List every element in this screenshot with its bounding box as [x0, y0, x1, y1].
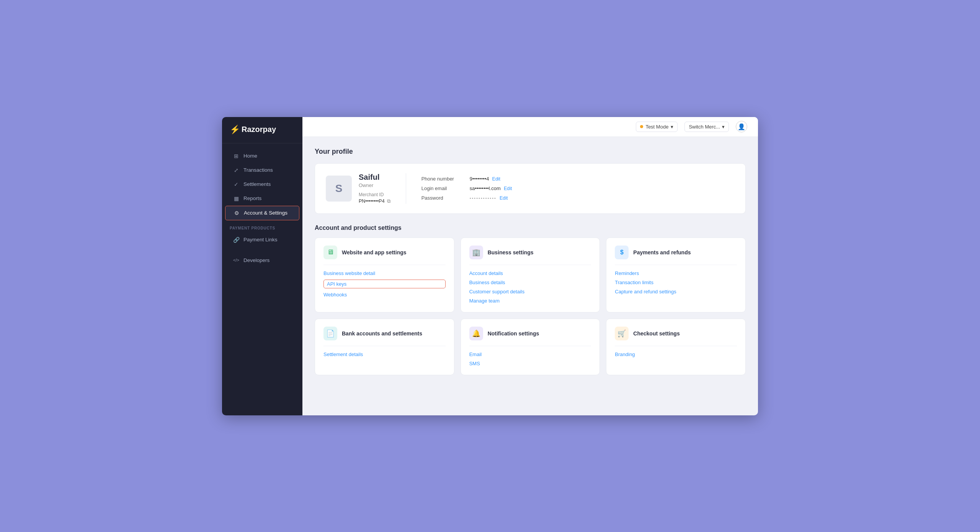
test-mode-label: Test Mode	[645, 124, 668, 130]
sidebar-item-label: Developers	[243, 257, 270, 263]
card-title-checkout: Checkout settings	[633, 330, 679, 337]
merchant-id-value: PN••••••••P4 ⧉	[359, 198, 390, 204]
switch-merc-chevron-icon: ▾	[722, 124, 725, 130]
email-row: Login email sa••••••••l.com Edit	[421, 185, 735, 191]
sidebar-item-label: Settlements	[243, 181, 271, 187]
logo-label: Razorpay	[242, 125, 276, 134]
password-edit-link[interactable]: Edit	[500, 195, 508, 201]
email-label: Login email	[421, 185, 464, 191]
sidebar-item-transactions[interactable]: ⤢ Transactions	[225, 163, 299, 177]
settings-grid: 🖥 Website and app settings Business webs…	[315, 238, 746, 375]
logo-lightning-icon: ⚡	[230, 125, 240, 135]
card-links-bank: Settlement details	[323, 351, 446, 357]
card-header-bank: 📄 Bank accounts and settlements	[323, 327, 446, 346]
topbar-right: Test Mode ▾ Switch Merc... ▾ 👤	[636, 121, 747, 132]
phone-row: Phone number 9••••••••4 Edit	[421, 176, 735, 182]
transactions-icon: ⤢	[233, 167, 240, 173]
password-label: Password	[421, 195, 464, 201]
sidebar-item-reports[interactable]: ▦ Reports	[225, 192, 299, 205]
transaction-limits-link[interactable]: Transaction limits	[615, 280, 737, 285]
phone-label: Phone number	[421, 176, 464, 182]
sidebar-item-settlements[interactable]: ✓ Settlements	[225, 177, 299, 191]
branding-link[interactable]: Branding	[615, 351, 737, 357]
sidebar: ⚡ Razorpay ⊞ Home ⤢ Transactions ✓ Settl…	[222, 117, 302, 415]
card-links-business: Account details Business details Custome…	[469, 270, 591, 304]
capture-refund-link[interactable]: Capture and refund settings	[615, 289, 737, 294]
user-avatar-button[interactable]: 👤	[736, 121, 747, 132]
sidebar-item-home[interactable]: ⊞ Home	[225, 149, 299, 163]
payment-products-section-label: PAYMENT PRODUCTS	[222, 221, 302, 233]
card-links-website-app: Business website detail API keys Webhook…	[323, 270, 446, 298]
card-header-website-app: 🖥 Website and app settings	[323, 246, 446, 265]
phone-value: 9••••••••4 Edit	[470, 176, 500, 182]
business-website-link[interactable]: Business website detail	[323, 270, 446, 276]
email-value: sa••••••••l.com Edit	[470, 185, 512, 191]
merchant-id-label: Merchant ID	[359, 192, 390, 197]
sidebar-item-label: Payment Links	[243, 237, 278, 242]
payments-icon: $	[615, 246, 629, 259]
main-nav: ⊞ Home ⤢ Transactions ✓ Settlements ▦ Re…	[222, 143, 302, 273]
sidebar-item-account-settings[interactable]: ⚙ Account & Settings	[225, 206, 299, 220]
settings-section-title: Account and product settings	[315, 225, 746, 231]
card-title-bank: Bank accounts and settlements	[342, 330, 422, 337]
settlement-details-link[interactable]: Settlement details	[323, 351, 446, 357]
card-links-checkout: Branding	[615, 351, 737, 357]
test-mode-button[interactable]: Test Mode ▾	[636, 122, 678, 132]
settings-card-payments: $ Payments and refunds Reminders Transac…	[606, 238, 746, 312]
settings-card-bank: 📄 Bank accounts and settlements Settleme…	[315, 319, 454, 375]
avatar: S	[326, 176, 352, 202]
sidebar-item-label: Transactions	[243, 167, 273, 173]
webhooks-link[interactable]: Webhooks	[323, 292, 446, 298]
business-details-link[interactable]: Business details	[469, 280, 591, 285]
test-mode-dot	[640, 125, 643, 128]
email-notif-link[interactable]: Email	[469, 351, 591, 357]
switch-merc-label: Switch Merc...	[689, 124, 720, 130]
settings-card-checkout: 🛒 Checkout settings Branding	[606, 319, 746, 375]
home-icon: ⊞	[233, 153, 240, 159]
test-mode-chevron-icon: ▾	[671, 124, 673, 130]
profile-role: Owner	[359, 182, 390, 188]
settings-card-business: 🏢 Business settings Account details Busi…	[461, 238, 600, 312]
profile-card: S Saiful Owner Merchant ID PN••••••••P4 …	[315, 163, 746, 214]
sms-notif-link[interactable]: SMS	[469, 361, 591, 366]
card-links-notification: Email SMS	[469, 351, 591, 366]
email-edit-link[interactable]: Edit	[504, 186, 512, 191]
copy-icon[interactable]: ⧉	[387, 198, 390, 204]
reminders-link[interactable]: Reminders	[615, 270, 737, 276]
card-title-notification: Notification settings	[488, 330, 539, 337]
profile-divider	[406, 173, 406, 204]
payment-links-icon: 🔗	[233, 237, 240, 243]
profile-name: Saiful	[359, 173, 390, 182]
account-details-link[interactable]: Account details	[469, 270, 591, 276]
business-settings-icon: 🏢	[469, 246, 483, 259]
profile-info: Saiful Owner Merchant ID PN••••••••P4 ⧉	[359, 173, 390, 204]
settings-icon: ⚙	[233, 210, 240, 216]
settings-card-website-app: 🖥 Website and app settings Business webs…	[315, 238, 454, 312]
page-content: Your profile S Saiful Owner Merchant ID …	[302, 137, 758, 415]
user-icon-symbol: 👤	[738, 123, 745, 130]
phone-edit-link[interactable]: Edit	[492, 176, 501, 182]
sidebar-item-payment-links[interactable]: 🔗 Payment Links	[225, 233, 299, 247]
merchant-id-text: PN••••••••P4	[359, 198, 385, 204]
card-title-payments: Payments and refunds	[633, 249, 691, 255]
bank-icon: 📄	[323, 327, 337, 340]
settings-card-notification: 🔔 Notification settings Email SMS	[461, 319, 600, 375]
customer-support-link[interactable]: Customer support details	[469, 289, 591, 294]
checkout-icon: 🛒	[615, 327, 629, 340]
settlements-icon: ✓	[233, 181, 240, 187]
sidebar-item-developers[interactable]: </> Developers	[225, 254, 299, 267]
card-header-notification: 🔔 Notification settings	[469, 327, 591, 346]
reports-icon: ▦	[233, 195, 240, 202]
topbar: Test Mode ▾ Switch Merc... ▾ 👤	[302, 117, 758, 137]
profile-details: Phone number 9••••••••4 Edit Login email…	[421, 176, 735, 201]
switch-merchant-button[interactable]: Switch Merc... ▾	[684, 122, 729, 132]
password-row: Password •••••••••••• Edit	[421, 195, 735, 201]
password-value: •••••••••••• Edit	[470, 195, 508, 201]
logo-area: ⚡ Razorpay	[222, 117, 302, 143]
sidebar-item-label: Account & Settings	[244, 210, 287, 216]
app-window: ⚡ Razorpay ⊞ Home ⤢ Transactions ✓ Settl…	[222, 117, 758, 415]
sidebar-item-label: Home	[243, 153, 257, 159]
api-keys-link[interactable]: API keys	[323, 280, 446, 288]
manage-team-link[interactable]: Manage team	[469, 298, 591, 304]
card-header-payments: $ Payments and refunds	[615, 246, 737, 265]
